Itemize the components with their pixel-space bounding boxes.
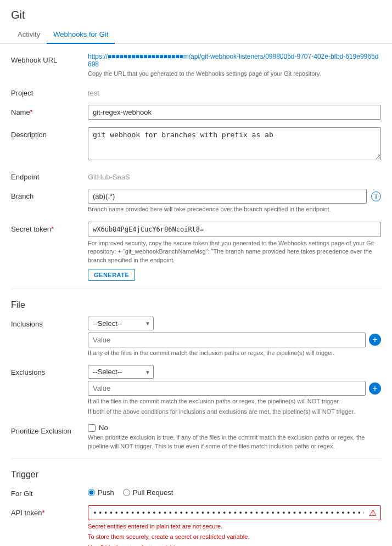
description-row: Description git webhook for branches wit…	[11, 127, 381, 162]
exclusions-row: Exclusions --Select-- ▼ + If all the fil…	[11, 365, 381, 416]
inclusions-select[interactable]: --Select--	[88, 317, 154, 330]
api-token-error-icon: ⚠	[369, 508, 377, 518]
name-row: Name*	[11, 105, 381, 120]
tab-activity[interactable]: Activity	[11, 26, 47, 44]
tab-webhooks[interactable]: Webhooks for Git	[47, 26, 115, 44]
pull-request-radio-item[interactable]: Pull Request	[123, 488, 173, 497]
prioritize-row: Prioritize Exclusion No When prioritize …	[11, 424, 381, 451]
exclusions-value-row: +	[88, 381, 381, 396]
pull-request-label: Pull Request	[133, 488, 173, 497]
name-input[interactable]	[88, 105, 381, 120]
prioritize-checkbox-label: No	[99, 424, 108, 432]
inclusions-row: Inclusions --Select-- ▼ + If any of the …	[11, 317, 381, 357]
file-divider	[11, 289, 381, 289]
project-value: test	[88, 86, 381, 97]
for-git-field: Push Pull Request	[88, 486, 381, 497]
inclusions-value-row: +	[88, 333, 381, 347]
exclusions-select-wrap: --Select-- ▼	[88, 365, 154, 379]
api-token-input[interactable]	[88, 505, 381, 520]
branch-field: i Branch name provided here will take pr…	[88, 189, 381, 213]
branch-info-icon[interactable]: i	[371, 192, 381, 201]
exclusions-add-button[interactable]: +	[369, 382, 381, 395]
endpoint-label: Endpoint	[11, 170, 88, 181]
exclusions-hint2: If both of the above conditions for incl…	[88, 408, 381, 416]
push-radio-item[interactable]: Push	[88, 488, 114, 497]
project-row: Project test	[11, 86, 381, 97]
for-git-row: For Git Push Pull Request	[11, 486, 381, 498]
push-radio[interactable]	[88, 489, 95, 496]
description-label: Description	[11, 127, 88, 139]
api-token-error1: Secret entities entered in plain text ar…	[88, 522, 381, 531]
exclusions-hint1: If all the files in the commit match the…	[88, 397, 381, 406]
api-token-field: ⚠ Secret entities entered in plain text …	[88, 505, 381, 546]
api-token-row: API token* ⚠ Secret entities entered in …	[11, 505, 381, 546]
for-git-label: For Git	[11, 486, 88, 498]
secret-token-field: wX6ub84PgE4jCucY6r86NcoiRt8= For improve…	[88, 222, 381, 281]
project-field: test	[88, 86, 381, 97]
branch-input[interactable]	[88, 189, 367, 204]
name-field	[88, 105, 381, 120]
api-token-wrap: ⚠	[88, 505, 381, 520]
webhook-url-field: https://■■■■■■■■■■■■■■■■■■■m/api/git-web…	[88, 53, 381, 78]
webhook-url-label: Webhook URL	[11, 53, 88, 64]
page-title: Git	[11, 9, 381, 21]
file-section-title: File	[11, 296, 381, 310]
tabs-bar: Activity Webhooks for Git	[0, 26, 392, 44]
inclusions-label: Inclusions	[11, 317, 88, 328]
form-content: Webhook URL https://■■■■■■■■■■■■■■■■■■■m…	[0, 44, 392, 546]
inclusions-add-button[interactable]: +	[369, 334, 381, 346]
api-token-label: API token*	[11, 505, 88, 517]
inclusions-select-wrap: --Select-- ▼	[88, 317, 154, 330]
secret-token-value: wX6ub84PgE4jCucY6r86NcoiRt8=	[88, 222, 381, 237]
exclusions-field: --Select-- ▼ + If all the files in the c…	[88, 365, 381, 416]
exclusions-select[interactable]: --Select--	[88, 365, 154, 379]
prioritize-checkbox[interactable]	[88, 424, 96, 432]
prioritize-label: Prioritize Exclusion	[11, 424, 88, 435]
project-label: Project	[11, 86, 88, 97]
exclusions-value-input[interactable]	[88, 381, 366, 396]
generate-secret-button[interactable]: GENERATE	[88, 269, 135, 281]
inclusions-hint: If any of the files in the commit match …	[88, 349, 381, 357]
endpoint-row: Endpoint GitHub-SaaS	[11, 170, 381, 181]
name-label: Name*	[11, 105, 88, 116]
api-token-error3: Use $ bindings to refer to variables.	[88, 543, 381, 546]
description-input[interactable]: git webhook for branches with prefix as …	[88, 127, 381, 160]
secret-token-label: Secret token*	[11, 222, 88, 233]
webhook-url-value[interactable]: https://■■■■■■■■■■■■■■■■■■■m/api/git-web…	[88, 53, 381, 68]
branch-label: Branch	[11, 189, 88, 200]
prioritize-hint: When prioritize exclusion is true, if an…	[88, 434, 381, 451]
endpoint-value: GitHub-SaaS	[88, 170, 381, 181]
inclusions-field: --Select-- ▼ + If any of the files in th…	[88, 317, 381, 357]
for-git-radio-row: Push Pull Request	[88, 486, 381, 497]
prioritize-checkbox-row: No	[88, 424, 381, 432]
exclusions-label: Exclusions	[11, 365, 88, 376]
prioritize-field: No When prioritize exclusion is true, if…	[88, 424, 381, 451]
branch-hint: Branch name provided here will take prec…	[88, 205, 381, 213]
push-label: Push	[98, 488, 114, 497]
secret-token-hint: For improved security, copy the secure t…	[88, 239, 381, 264]
branch-row: Branch i Branch name provided here will …	[11, 189, 381, 213]
description-field: git webhook for branches with prefix as …	[88, 127, 381, 162]
trigger-divider	[11, 458, 381, 459]
inclusions-value-input[interactable]	[88, 333, 366, 347]
trigger-section-title: Trigger	[11, 465, 381, 480]
secret-token-row: Secret token* wX6ub84PgE4jCucY6r86NcoiRt…	[11, 222, 381, 281]
endpoint-field: GitHub-SaaS	[88, 170, 381, 181]
api-token-error2: To store them securely, create a secret …	[88, 532, 381, 542]
pull-request-radio[interactable]	[123, 489, 130, 496]
webhook-url-row: Webhook URL https://■■■■■■■■■■■■■■■■■■■m…	[11, 53, 381, 78]
webhook-url-hint: Copy the URL that you generated to the W…	[88, 70, 381, 78]
